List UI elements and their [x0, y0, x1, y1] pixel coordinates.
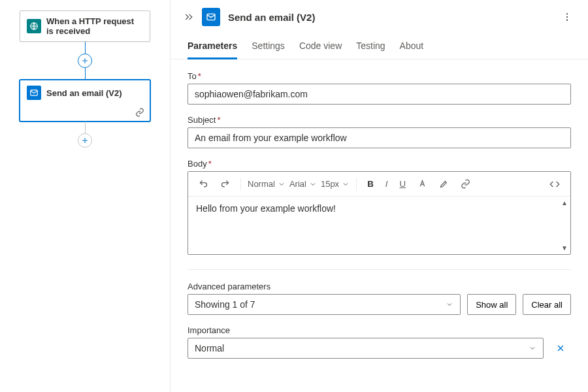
http-icon — [27, 19, 41, 33]
svg-point-5 — [566, 20, 568, 21]
advanced-params-select[interactable]: Showing 1 of 7 — [188, 294, 461, 315]
to-label: To* — [188, 71, 571, 81]
node-send-email[interactable]: Send an email (V2) — [20, 80, 150, 122]
tabs: Parameters Settings Code view Testing Ab… — [171, 31, 588, 59]
divider — [188, 269, 571, 270]
tab-settings[interactable]: Settings — [252, 41, 285, 59]
detail-panel: Send an email (V2) Parameters Settings C… — [170, 0, 588, 392]
to-input[interactable] — [188, 84, 571, 105]
subject-input[interactable] — [188, 127, 571, 148]
outlook-icon — [27, 86, 41, 100]
tab-parameters[interactable]: Parameters — [188, 41, 237, 59]
font-style-select[interactable]: Normal — [248, 179, 286, 189]
code-view-button[interactable] — [546, 176, 564, 192]
more-actions-button[interactable] — [559, 9, 575, 25]
scroll-up-icon[interactable]: ▲ — [561, 199, 568, 206]
body-label: Body* — [188, 159, 571, 169]
connector-1 — [12, 42, 158, 80]
advanced-params-label: Advanced parameters — [188, 282, 571, 291]
font-size-select[interactable]: 15px — [321, 179, 350, 189]
body-editor: Normal Arial 15px B I — [188, 171, 571, 255]
node-http-trigger[interactable]: When a HTTP request is received — [20, 10, 150, 42]
link-button[interactable] — [457, 176, 474, 191]
font-color-button[interactable] — [414, 176, 431, 191]
scroll-down-icon[interactable]: ▼ — [561, 244, 568, 252]
svg-point-4 — [566, 16, 568, 18]
connector-2 — [12, 122, 158, 148]
redo-button[interactable] — [216, 176, 234, 191]
tab-testing[interactable]: Testing — [356, 41, 385, 59]
undo-button[interactable] — [195, 176, 212, 191]
collapse-panel-button[interactable] — [184, 12, 194, 22]
node-trigger-label: When a HTTP request is received — [46, 16, 143, 36]
underline-button[interactable]: U — [395, 176, 410, 191]
importance-select[interactable]: Normal — [188, 338, 544, 359]
font-family-select[interactable]: Arial — [289, 179, 317, 189]
connection-indicator-icon — [135, 108, 144, 117]
node-action-label: Send an email (V2) — [46, 88, 122, 98]
bold-button[interactable]: B — [363, 176, 378, 191]
subject-label: Subject* — [188, 115, 571, 125]
add-step-button-1[interactable] — [78, 54, 92, 68]
tab-about[interactable]: About — [400, 41, 424, 59]
show-all-button[interactable]: Show all — [467, 294, 516, 315]
highlight-button[interactable] — [435, 176, 453, 191]
remove-importance-button[interactable] — [550, 338, 571, 359]
svg-point-3 — [566, 13, 568, 14]
body-content[interactable]: Hello from your example workflow! ▲ ▼ — [188, 197, 570, 254]
italic-button[interactable]: I — [382, 176, 392, 191]
tab-code-view[interactable]: Code view — [299, 41, 342, 59]
add-step-button-2[interactable] — [78, 133, 92, 148]
outlook-icon — [202, 8, 220, 26]
panel-title: Send an email (V2) — [228, 12, 551, 23]
clear-all-button[interactable]: Clear all — [523, 294, 571, 315]
workflow-canvas: When a HTTP request is received Send an … — [0, 0, 170, 392]
importance-label: Importance — [188, 325, 571, 335]
